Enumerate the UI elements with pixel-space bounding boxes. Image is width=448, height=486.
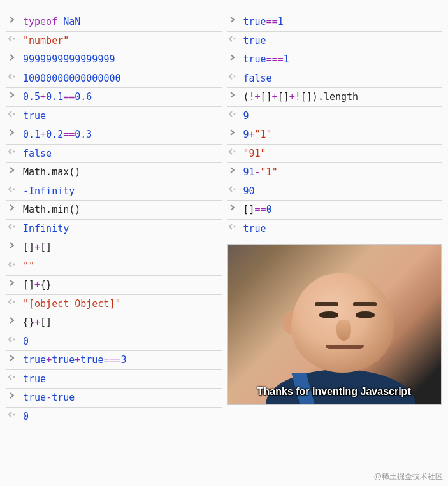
console-output-row: Infinity — [6, 219, 222, 238]
input-chevron-icon — [228, 203, 237, 211]
input-chevron-icon — [8, 15, 17, 23]
console-input-row: []+{} — [6, 275, 222, 294]
output-chevron-icon — [228, 147, 237, 155]
svg-point-3 — [13, 150, 15, 152]
code-text: 0 — [23, 410, 29, 424]
input-chevron-icon — [8, 390, 17, 399]
console-input-row: {}+[] — [6, 313, 222, 332]
input-chevron-icon — [8, 240, 17, 248]
code-text: 90 — [243, 184, 255, 199]
code-text: true-true — [23, 390, 75, 405]
code-text: true — [243, 34, 266, 48]
code-text: false — [23, 147, 52, 161]
output-chevron-icon — [8, 109, 17, 117]
code-text: true==1 — [243, 15, 284, 29]
code-text: Math.min() — [23, 203, 80, 217]
code-text: "[object Object]" — [23, 297, 121, 311]
svg-point-7 — [13, 301, 15, 303]
console-input-row: []==0 — [227, 200, 442, 219]
code-text: {}+[] — [23, 315, 52, 330]
output-chevron-icon — [8, 147, 17, 155]
input-chevron-icon — [8, 52, 17, 61]
output-chevron-icon — [8, 259, 17, 268]
console-input-row: 0.5+0.1==0.6 — [6, 87, 222, 106]
svg-point-5 — [13, 225, 15, 227]
input-chevron-icon — [8, 315, 17, 324]
output-chevron-icon — [8, 410, 17, 418]
output-chevron-icon — [8, 34, 17, 42]
svg-point-8 — [13, 338, 15, 340]
code-text: true — [23, 109, 46, 124]
input-chevron-icon — [228, 15, 237, 23]
input-chevron-icon — [228, 52, 237, 61]
console-input-row: true==1 — [227, 13, 442, 31]
code-text: true===1 — [243, 52, 289, 67]
code-text: 91-"1" — [243, 165, 278, 180]
svg-point-9 — [13, 376, 15, 378]
console-input-row: []+[] — [6, 238, 222, 257]
console-output-row: true — [6, 106, 222, 125]
code-text: 0.1+0.2==0.3 — [23, 127, 92, 142]
code-text: Math.max() — [23, 165, 80, 180]
code-text: typeof NaN — [23, 15, 80, 29]
svg-point-13 — [233, 113, 235, 115]
code-text: []+{} — [23, 278, 52, 292]
code-text: 10000000000000000 — [23, 71, 121, 86]
svg-point-6 — [13, 263, 15, 265]
console-output-row: false — [6, 144, 222, 163]
input-chevron-icon — [228, 165, 237, 173]
svg-point-0 — [13, 38, 15, 39]
console-output-row: true — [227, 219, 442, 238]
console-output-row: false — [227, 69, 442, 88]
console-input-row: 9+"1" — [227, 125, 442, 144]
code-text: (!+[]+[]+![]).length — [243, 90, 359, 104]
code-text: 0.5+0.1==0.6 — [23, 90, 92, 104]
console-output-row: "91" — [227, 144, 442, 163]
console-input-row: 91-"1" — [227, 162, 442, 182]
code-text: 9 — [243, 109, 249, 124]
output-chevron-icon — [8, 297, 17, 305]
console-input-row: 9999999999999999 — [6, 50, 222, 69]
console-output-row: 0 — [6, 332, 222, 351]
code-text: []+[] — [23, 240, 52, 255]
code-text: true — [23, 372, 46, 387]
input-chevron-icon — [8, 127, 17, 136]
console-output-row: "" — [6, 257, 222, 276]
console-output-row: true — [6, 369, 222, 389]
console-input-row: Math.min() — [6, 200, 222, 219]
code-text: true — [243, 222, 266, 236]
code-text: true+true+true===3 — [23, 353, 127, 368]
code-text: 0 — [23, 334, 29, 349]
svg-point-4 — [13, 188, 15, 190]
code-text: -Infinity — [23, 184, 75, 199]
output-chevron-icon — [8, 372, 17, 380]
console-output-row: -Infinity — [6, 182, 222, 201]
console-input-row: true===1 — [227, 50, 442, 69]
input-chevron-icon — [8, 278, 17, 286]
output-chevron-icon — [228, 109, 237, 117]
console-column-right: true==1truetrue===1false(!+[]+[]+![]).le… — [227, 13, 442, 425]
input-chevron-icon — [228, 90, 237, 98]
code-text: Infinity — [23, 222, 69, 236]
code-text: false — [243, 71, 272, 86]
svg-point-12 — [233, 75, 235, 77]
svg-point-10 — [13, 413, 15, 415]
output-chevron-icon — [228, 184, 237, 192]
output-chevron-icon — [228, 222, 237, 230]
output-chevron-icon — [228, 71, 237, 80]
input-chevron-icon — [8, 353, 17, 361]
console-input-row: true+true+true===3 — [6, 350, 222, 369]
output-chevron-icon — [228, 34, 237, 42]
input-chevron-icon — [8, 203, 17, 211]
console-input-row: true-true — [6, 388, 222, 407]
console-input-row: Math.max() — [6, 162, 222, 182]
output-chevron-icon — [8, 222, 17, 230]
console-input-row: 0.1+0.2==0.3 — [6, 125, 222, 144]
svg-point-16 — [233, 225, 235, 227]
code-text: 9999999999999999 — [23, 52, 115, 67]
code-text: "" — [23, 259, 34, 274]
code-text: "91" — [243, 147, 266, 161]
meme-image: Thanks for inventing Javascript — [227, 244, 442, 405]
input-chevron-icon — [8, 90, 17, 98]
console-output-row: 9 — [227, 106, 442, 125]
